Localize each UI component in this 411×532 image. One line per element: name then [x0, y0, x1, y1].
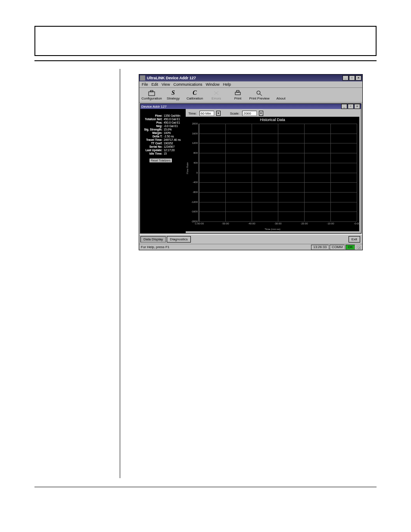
window-title: UltraLINK Device Addr 127: [147, 76, 196, 80]
menu-file[interactable]: File: [142, 82, 148, 87]
time-dropdown-icon[interactable]: ▾: [216, 111, 221, 116]
page-top-rule: [34, 60, 377, 61]
child-close-button[interactable]: ×: [354, 104, 360, 109]
calibration-icon: C: [191, 90, 199, 96]
data-row-label: TT Coef:: [141, 142, 164, 145]
toolbar-print-preview[interactable]: Print Preview: [249, 89, 270, 101]
data-row: Serial No:1234567: [141, 145, 184, 149]
data-row-value: 15.6%: [164, 128, 184, 131]
chart-ytick: 2000: [192, 122, 198, 125]
data-row: Margin:100%: [141, 131, 184, 135]
data-row-value: 1234567: [164, 145, 184, 149]
toolbar-label: Configuration: [141, 96, 162, 100]
toolbar-label: Print Preview: [249, 96, 269, 100]
child-minimize-button[interactable]: _: [341, 104, 347, 109]
toolbar-about[interactable]: About: [270, 89, 292, 101]
chart-gridline-v: [252, 124, 252, 221]
reset-totalizers-button[interactable]: Reset Totalizers: [149, 158, 172, 163]
data-row: Sig. Strength:15.6%: [141, 128, 184, 131]
data-row: Pos:450.0 Gal E1: [141, 121, 184, 124]
data-row: Neg:-0.0 Gal E1: [141, 124, 184, 128]
menu-view[interactable]: View: [162, 82, 170, 87]
chart-xtick: -20:00: [300, 222, 308, 225]
preview-icon: [255, 90, 263, 96]
chart-ytick: -800: [193, 191, 198, 193]
svg-line-7: [260, 94, 262, 96]
about-icon: [277, 90, 285, 96]
chart-area: Historical Data Flow Rate 20001600120080…: [186, 117, 359, 231]
chart-ytick: -1600: [191, 210, 198, 213]
data-row-value: 12:17:20: [164, 149, 184, 152]
child-window: Device Addr 127 _ ▫ × Flow:1350 Gal/MinT…: [140, 103, 361, 233]
data-row-value: 1350 Gal/Min: [164, 114, 184, 118]
titlebar: UltraLINK Device Addr 127 _ ▫ ×: [139, 75, 362, 81]
data-row-label: Delta T:: [141, 135, 164, 138]
data-row-value: 450.0 Gal E1: [164, 121, 184, 124]
diagnostics-button[interactable]: Diagnostics: [167, 236, 190, 243]
data-display-button[interactable]: Data Display: [140, 236, 166, 243]
toolbar-configuration[interactable]: Configuration: [141, 89, 162, 101]
data-row-label: Neg:: [141, 124, 164, 128]
chart-gridline-v: [225, 124, 226, 221]
svg-point-6: [257, 91, 260, 94]
app-icon: [140, 75, 145, 81]
menu-window[interactable]: Window: [206, 82, 219, 87]
data-row: Totalizer Net:450.0 Gal E1: [141, 118, 184, 121]
toolbar-calibration[interactable]: C Calibration: [184, 89, 206, 101]
chart-ytick: 0: [196, 171, 198, 174]
chart-plot: 2000160012008004000-400-800-1200-1600-20…: [199, 124, 357, 222]
time-select[interactable]: 60 Min: [199, 111, 214, 116]
menu-help[interactable]: Help: [223, 82, 231, 87]
minimize-button[interactable]: _: [342, 75, 349, 81]
statusbar: For Help, press F1 13:26:33 COMM OK: [139, 244, 362, 250]
data-row-value: -2.50 ns: [164, 135, 184, 138]
chart-ytick: 800: [193, 152, 198, 154]
chart-gridline-h: [199, 221, 357, 222]
data-row-value: -0.0 Gal E1: [164, 124, 184, 128]
menubar: File Edit View Communications Window Hel…: [139, 81, 362, 88]
data-row-label: Idle Time:: [141, 152, 164, 156]
chart-ytick: 1200: [192, 142, 198, 144]
data-row-label: Last Update:: [141, 149, 164, 152]
chart-xtick: -30:00: [274, 222, 281, 225]
data-row-label: Flow:: [141, 114, 164, 118]
scale-select[interactable]: 2000: [242, 111, 257, 116]
strategy-icon: S: [169, 90, 177, 96]
chart-gridline-v: [330, 124, 331, 221]
toolbar-label: About: [277, 96, 286, 100]
toolbar-print[interactable]: Print: [227, 89, 249, 101]
chart-controls: Time: 60 Min ▾ Scale: 2000 ▾: [186, 111, 359, 116]
data-row-value: 190352: [164, 142, 184, 145]
menu-communications[interactable]: Communications: [173, 82, 202, 87]
child-restore-button[interactable]: ▫: [348, 104, 354, 109]
resize-grip-icon[interactable]: [356, 245, 361, 249]
data-row: Delta T:-2.50 ns: [141, 135, 184, 138]
chart-xtick: -10:00: [327, 222, 334, 225]
chart-ytick: 400: [193, 162, 198, 164]
close-button[interactable]: ×: [355, 75, 361, 81]
page-vertical-rule: [120, 69, 120, 478]
data-row-label: Sig. Strength:: [141, 128, 164, 131]
data-row-value: 100%: [164, 131, 184, 135]
toolbar-strategy[interactable]: S Strategy: [162, 89, 184, 101]
scale-dropdown-icon[interactable]: ▾: [259, 111, 263, 116]
status-clock: 13:26:33: [311, 245, 329, 250]
child-body: Flow:1350 Gal/MinTotalizer Net:450.0 Gal…: [140, 109, 361, 233]
toolbar-label: Errors: [212, 96, 221, 100]
chart-panel: Time: 60 Min ▾ Scale: 2000 ▾ Historical …: [186, 109, 361, 233]
data-row: TT Coef:190352: [141, 142, 184, 145]
data-row-value: 249717.46 ns: [164, 138, 184, 142]
toolbar-label: Print: [234, 96, 241, 100]
chart-xtick: -1:00:00: [194, 222, 204, 225]
svg-rect-4: [235, 92, 240, 95]
chart-xtick: -50:00: [221, 222, 229, 225]
data-row-label: Serial No:: [141, 145, 164, 149]
menu-edit[interactable]: Edit: [152, 82, 159, 87]
chart-xtick: -0:00: [354, 222, 360, 225]
child-window-title: Device Addr 127: [141, 105, 167, 109]
data-row: Last Update:12:17:20: [141, 149, 184, 152]
exit-button[interactable]: Exit: [349, 236, 360, 243]
config-icon: [148, 90, 156, 96]
restore-button[interactable]: ▫: [349, 75, 355, 81]
page-bottom-rule: [34, 487, 377, 487]
